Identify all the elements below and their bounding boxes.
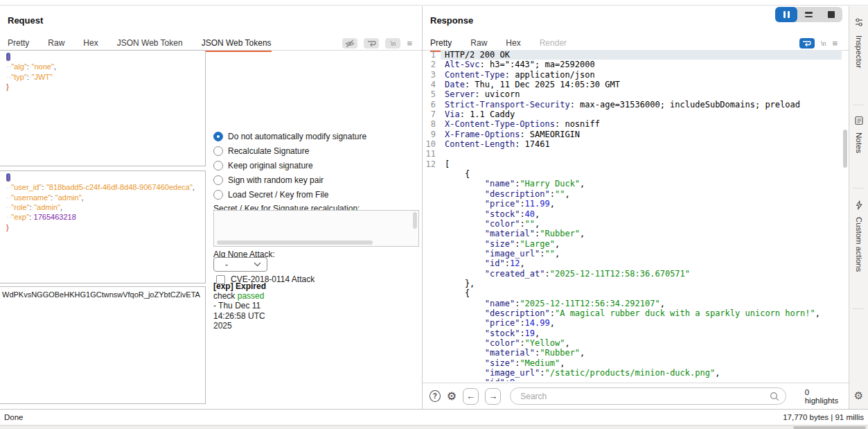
stop-icon[interactable] (820, 7, 842, 22)
code-line: "description":"", (423, 189, 842, 199)
code-line: 8X-Content-Type-Options: nosniff (423, 119, 842, 129)
sidebar-divider (853, 105, 865, 105)
newline-icon[interactable]: \n (821, 40, 826, 47)
radio-do-not-modify-signature[interactable]: Do not automatically modify signature (213, 129, 420, 143)
rows-layout-icon[interactable] (797, 7, 820, 22)
layout-controls (775, 7, 842, 22)
collapsed-panel-sidebar: Inspector Notes Custom actions ⚙ (849, 6, 868, 409)
sidebar-item-custom-actions[interactable]: Custom actions (855, 217, 863, 272)
response-title: Response (430, 15, 473, 26)
search-icon (770, 392, 779, 401)
help-icon[interactable]: ? (429, 390, 441, 402)
notes-icon[interactable] (854, 116, 863, 125)
sidebar-item-notes[interactable]: Notes (855, 132, 863, 153)
code-line: 9X-Frame-Options: SAMEORIGIN (423, 130, 842, 139)
sidebar-divider (853, 308, 865, 309)
hide-nonprintable-icon[interactable] (342, 38, 357, 49)
code-line: ··"username":·"admin", (2, 193, 203, 202)
response-search-bar: ? ⚙ ← → 0 highlights (423, 383, 849, 409)
code-line: "name":"Harry Duck", (423, 179, 842, 189)
sidebar-item-inspector[interactable]: Inspector (855, 35, 863, 68)
secret-key-textarea[interactable] (213, 210, 419, 247)
code-line: "color":"", (423, 219, 842, 229)
radio-label: Recalculate Signature (228, 146, 309, 156)
request-toolbar: \n ≡ (342, 38, 412, 49)
code-line: 10Content-Length: 17461 (423, 139, 842, 149)
chevron-down-icon (254, 262, 261, 267)
code-line: "price":11.99, (423, 199, 842, 209)
arrow-right-icon[interactable]: → (485, 388, 501, 405)
code-line: ··"typ":·"JWT" (2, 72, 203, 82)
settings-icon[interactable]: ⚙ (447, 390, 457, 402)
radio-keep-original-signature[interactable]: Keep original signature (213, 158, 420, 173)
radio-selected-icon (213, 132, 223, 141)
code-line: { (2, 52, 203, 62)
jwt-header-editor[interactable]: {··"alg":·"none",··"typ":·"JWT"} (0, 50, 206, 166)
search-field (510, 387, 786, 405)
radio-label: Sign with random key pair (228, 175, 324, 185)
inspector-icon[interactable] (854, 17, 864, 27)
code-line: "name":"2025-12-11T12:56:34.292107", (423, 299, 842, 308)
status-text: Done (4, 413, 24, 421)
custom-actions-icon[interactable] (855, 200, 863, 210)
alg-none-attack-select[interactable]: - (213, 257, 267, 272)
status-bar: Done 17,770 bytes | 91 millis (0, 409, 868, 425)
window-top-strip (0, 0, 868, 6)
search-input[interactable] (519, 391, 770, 402)
code-line: 12[ (423, 159, 842, 169)
radio-sign-random-key-pair[interactable]: Sign with random key pair (213, 173, 420, 187)
word-wrap-icon[interactable] (799, 38, 815, 49)
code-line: "size":"Large", (423, 239, 842, 249)
newline-icon[interactable]: \n (385, 38, 400, 49)
exp-date-line-1: - Thu Dec 11 (213, 301, 266, 310)
bottom-scrollbar-strip (0, 425, 868, 429)
code-line: { (2, 173, 203, 182)
code-line: "color":"Yellow", (423, 338, 842, 348)
textarea-vertical-scrollbar[interactable] (413, 212, 417, 229)
radio-unselected-icon (213, 146, 223, 156)
horizontal-scrollbar-thumb[interactable] (793, 426, 866, 429)
textarea-horizontal-scrollbar[interactable] (217, 240, 373, 245)
sidebar-divider (853, 188, 865, 189)
jwt-signature-value: WdPKvsNGGOBeHKHG1GCtwnswVfqoR_joZYbtCZiv… (2, 290, 200, 299)
signature-options-radio-group: Do not automatically modify signature Re… (213, 129, 420, 202)
code-line: "created_at":"2025-12-11T12:58:36.670571… (423, 269, 842, 279)
arrow-left-icon[interactable]: ← (463, 388, 479, 405)
radio-load-secret-key-from-file[interactable]: Load Secret / Key from File (213, 187, 420, 202)
code-line: "image_url":"/static/products/minion-duc… (423, 368, 842, 378)
code-line: 5Server: uvicorn (423, 89, 842, 99)
jwt-payload-editor[interactable]: {··"user_id":·"818badd5-c24f-46df-8d48-9… (0, 170, 206, 283)
radio-recalculate-signature[interactable]: Recalculate Signature (213, 143, 420, 158)
response-code[interactable]: 1HTTP/2 200 OK2Alt-Svc: h3=":443"; ma=25… (423, 50, 842, 381)
code-line: "size":"Medium", (423, 358, 842, 368)
menu-icon[interactable]: ≡ (832, 38, 838, 49)
code-line: "image_url":"", (423, 249, 842, 259)
settings-gear-icon[interactable]: ⚙ (854, 389, 863, 402)
code-line: { (423, 288, 842, 298)
code-line: "stock":19, (423, 329, 842, 338)
jwt-signature-editor[interactable]: WdPKvsNGGOBeHKHG1GCtwnswVfqoR_joZYbtCZiv… (0, 286, 206, 404)
response-pane: Response Pretty Raw Hex Render \n ≡ 1HTT… (423, 6, 849, 409)
highlights-count: 0 highlights (805, 388, 842, 405)
check-passed-value: passed (238, 291, 265, 301)
code-line: } (2, 82, 203, 91)
word-wrap-icon[interactable] (364, 38, 379, 49)
radio-label: Load Secret / Key from File (228, 190, 328, 200)
exp-claim-status: [exp] Expired check passed - Thu Dec 11 … (213, 281, 266, 331)
radio-label: Keep original signature (228, 161, 313, 170)
response-vertical-scrollbar[interactable] (842, 50, 849, 382)
code-line: "material":"Rubber", (423, 229, 842, 238)
request-title: Request (8, 15, 43, 26)
code-line: { (423, 169, 842, 179)
scrollbar-thumb[interactable] (843, 130, 847, 168)
repeater-main: Request Pretty Raw Hex JSON Web Token JS… (0, 6, 868, 409)
exp-date-line-3: 2025 (213, 321, 266, 331)
exp-check-line: check passed (213, 291, 266, 301)
code-line: ··"user_id":·"818badd5-c24f-46df-8d48-90… (2, 182, 203, 192)
radio-unselected-icon (213, 175, 223, 185)
code-line: } (2, 222, 203, 232)
menu-icon[interactable]: ≡ (407, 38, 412, 49)
code-line: 3Content-Type: application/json (423, 70, 842, 80)
code-line: "stock":40, (423, 209, 842, 219)
pause-icon[interactable] (775, 7, 797, 22)
